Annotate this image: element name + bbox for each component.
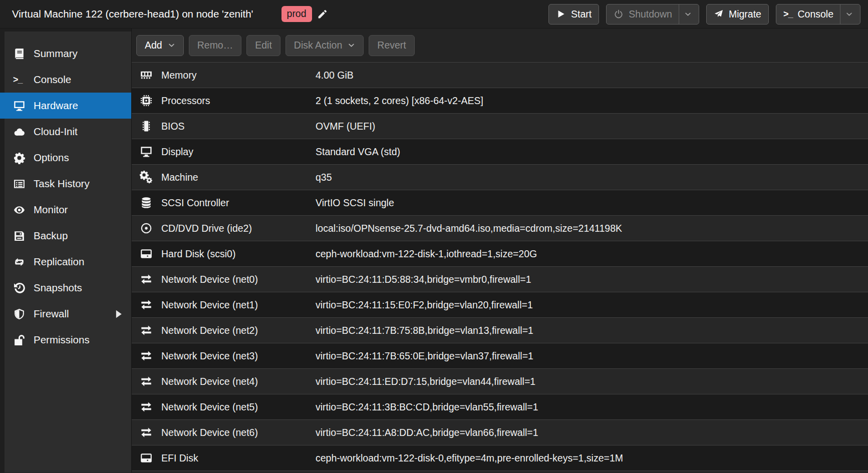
history-icon bbox=[13, 282, 26, 294]
hardware-table: Memory 4.00 GiB Processors 2 (1 sockets,… bbox=[132, 63, 868, 472]
row-value: virtio=BC:24:11:7B:75:8B,bridge=vlan13,f… bbox=[316, 325, 868, 336]
chevron-down-icon bbox=[684, 11, 692, 18]
sidebar-item-label: Replication bbox=[34, 256, 84, 268]
start-button[interactable]: Start bbox=[548, 4, 599, 25]
row-label: Processors bbox=[161, 95, 210, 107]
table-row-processors[interactable]: Processors 2 (1 sockets, 2 cores) [x86-6… bbox=[132, 88, 868, 114]
terminal-icon: >_ bbox=[13, 75, 26, 85]
row-value: OVMF (UEFI) bbox=[316, 121, 868, 132]
exchange-icon bbox=[140, 298, 153, 311]
row-label-cell: Network Device (net6) bbox=[132, 426, 316, 439]
sidebar-item-backup[interactable]: Backup bbox=[5, 223, 131, 249]
memory-icon bbox=[140, 69, 153, 82]
sidebar-item-label: Monitor bbox=[34, 204, 68, 216]
console-split-button[interactable]: >_ Console bbox=[776, 4, 860, 25]
hdd-icon bbox=[140, 247, 153, 260]
table-row-cdrom[interactable]: CD/DVD Drive (ide2) local:iso/OPNsense-2… bbox=[132, 216, 868, 241]
migrate-button-label: Migrate bbox=[729, 9, 761, 20]
sidebar-item-label: Options bbox=[34, 152, 69, 164]
table-row-net0[interactable]: Network Device (net0) virtio=BC:24:11:D5… bbox=[132, 267, 868, 292]
sidebar-item-snapshots[interactable]: Snapshots bbox=[5, 275, 131, 301]
table-row-display[interactable]: Display Standard VGA (std) bbox=[132, 139, 868, 165]
row-value: virtio=BC:24:11:15:E0:F2,bridge=vlan20,f… bbox=[316, 299, 868, 311]
row-label: Network Device (net5) bbox=[161, 401, 258, 413]
table-row-net4[interactable]: Network Device (net4) virtio=BC:24:11:ED… bbox=[132, 369, 868, 394]
shutdown-dropdown-toggle[interactable] bbox=[679, 5, 692, 24]
sidebar-item-replication[interactable]: Replication bbox=[5, 249, 131, 275]
sidebar-item-label: Console bbox=[34, 74, 71, 86]
row-value: VirtIO SCSI single bbox=[316, 197, 868, 209]
sidebar-item-cloud-init[interactable]: Cloud-Init bbox=[5, 119, 131, 145]
exchange-icon bbox=[140, 400, 153, 413]
sidebar-item-permissions[interactable]: Permissions bbox=[5, 327, 131, 353]
table-row-efi-disk[interactable]: EFI Disk ceph-workload:vm-122-disk-0,efi… bbox=[132, 445, 868, 471]
table-row-net2[interactable]: Network Device (net2) virtio=BC:24:11:7B… bbox=[132, 318, 868, 343]
hardware-toolbar: Add Remo… Edit Disk Action Revert bbox=[132, 29, 868, 63]
table-row-hard-disk[interactable]: Hard Disk (scsi0) ceph-workload:vm-122-d… bbox=[132, 241, 868, 267]
migrate-button[interactable]: Migrate bbox=[706, 4, 769, 25]
exchange-icon bbox=[140, 324, 153, 337]
row-value: virtio=BC:24:11:7B:65:0E,bridge=vlan37,f… bbox=[316, 350, 868, 362]
console-dropdown-toggle[interactable] bbox=[840, 5, 853, 24]
sidebar-item-label: Hardware bbox=[34, 100, 78, 112]
sidebar-item-options[interactable]: Options bbox=[5, 145, 131, 171]
edit-tag-pencil-icon[interactable] bbox=[317, 9, 328, 20]
desktop-icon bbox=[13, 100, 26, 112]
row-label-cell: SCSI Controller bbox=[132, 196, 316, 209]
table-row-scsi-controller[interactable]: SCSI Controller VirtIO SCSI single bbox=[132, 190, 868, 216]
add-button[interactable]: Add bbox=[136, 35, 184, 56]
start-button-label: Start bbox=[571, 9, 592, 20]
submenu-caret-right-icon[interactable] bbox=[112, 308, 125, 320]
sidebar-item-task-history[interactable]: Task History bbox=[5, 171, 131, 197]
table-row-net3[interactable]: Network Device (net3) virtio=BC:24:11:7B… bbox=[132, 343, 868, 369]
edit-button[interactable]: Edit bbox=[246, 35, 280, 56]
power-icon bbox=[614, 9, 624, 19]
sidebar-item-label: Backup bbox=[34, 230, 68, 242]
edit-button-label: Edit bbox=[255, 40, 272, 51]
row-label-cell: Network Device (net3) bbox=[132, 349, 316, 362]
row-value: local:iso/OPNsense-25.7-dvd-amd64.iso,me… bbox=[316, 223, 868, 234]
sidebar-item-label: Snapshots bbox=[34, 282, 82, 294]
row-label-cell: Memory bbox=[132, 69, 316, 82]
disk-action-button-label: Disk Action bbox=[294, 40, 342, 51]
sidebar-item-label: Summary bbox=[34, 48, 78, 60]
cd-icon bbox=[140, 222, 153, 235]
row-value: 2 (1 sockets, 2 cores) [x86-64-v2-AES] bbox=[316, 95, 868, 107]
row-value: virtio=BC:24:11:D5:88:34,bridge=vmbr0,fi… bbox=[316, 274, 868, 285]
row-label-cell: Machine bbox=[132, 171, 316, 184]
row-label-cell: Hard Disk (scsi0) bbox=[132, 247, 316, 260]
sidebar-item-firewall[interactable]: Firewall bbox=[5, 301, 131, 327]
table-row-bios[interactable]: BIOS OVMF (UEFI) bbox=[132, 114, 868, 139]
vm-sidebar: Summary >_ Console Hardware Cloud-Init O… bbox=[0, 29, 131, 472]
table-row-memory[interactable]: Memory 4.00 GiB bbox=[132, 63, 868, 88]
row-value: ceph-workload:vm-122-disk-1,iothread=1,s… bbox=[316, 248, 868, 260]
retweet-icon bbox=[13, 256, 26, 268]
display-icon bbox=[140, 145, 153, 158]
disk-action-button[interactable]: Disk Action bbox=[285, 35, 364, 56]
table-row-net6[interactable]: Network Device (net6) virtio=BC:24:11:A8… bbox=[132, 420, 868, 445]
row-label: Memory bbox=[161, 70, 196, 81]
table-row-net5[interactable]: Network Device (net5) virtio=BC:24:11:3B… bbox=[132, 394, 868, 420]
row-value: Standard VGA (std) bbox=[316, 146, 868, 158]
sidebar-item-console[interactable]: >_ Console bbox=[5, 67, 131, 93]
chevron-down-icon bbox=[168, 42, 175, 49]
table-row-machine[interactable]: Machine q35 bbox=[132, 165, 868, 190]
row-label: Network Device (net4) bbox=[161, 376, 258, 387]
shutdown-split-button[interactable]: Shutdown bbox=[606, 4, 699, 25]
remove-button[interactable]: Remo… bbox=[189, 35, 242, 56]
row-label-cell: Network Device (net4) bbox=[132, 375, 316, 388]
sidebar-menu: Summary >_ Console Hardware Cloud-Init O… bbox=[5, 32, 131, 472]
floppy-icon bbox=[13, 230, 26, 242]
sidebar-item-summary[interactable]: Summary bbox=[5, 41, 131, 67]
row-label-cell: BIOS bbox=[132, 120, 316, 133]
sidebar-item-monitor[interactable]: Monitor bbox=[5, 197, 131, 223]
table-row-net1[interactable]: Network Device (net1) virtio=BC:24:11:15… bbox=[132, 292, 868, 318]
book-icon bbox=[13, 48, 26, 60]
exchange-icon bbox=[140, 349, 153, 362]
sidebar-item-hardware[interactable]: Hardware bbox=[0, 93, 131, 119]
row-value: q35 bbox=[316, 172, 868, 183]
shutdown-button-label: Shutdown bbox=[629, 9, 672, 20]
revert-button[interactable]: Revert bbox=[369, 35, 414, 56]
unlock-icon bbox=[13, 334, 26, 346]
sidebar-item-label: Permissions bbox=[34, 334, 90, 346]
